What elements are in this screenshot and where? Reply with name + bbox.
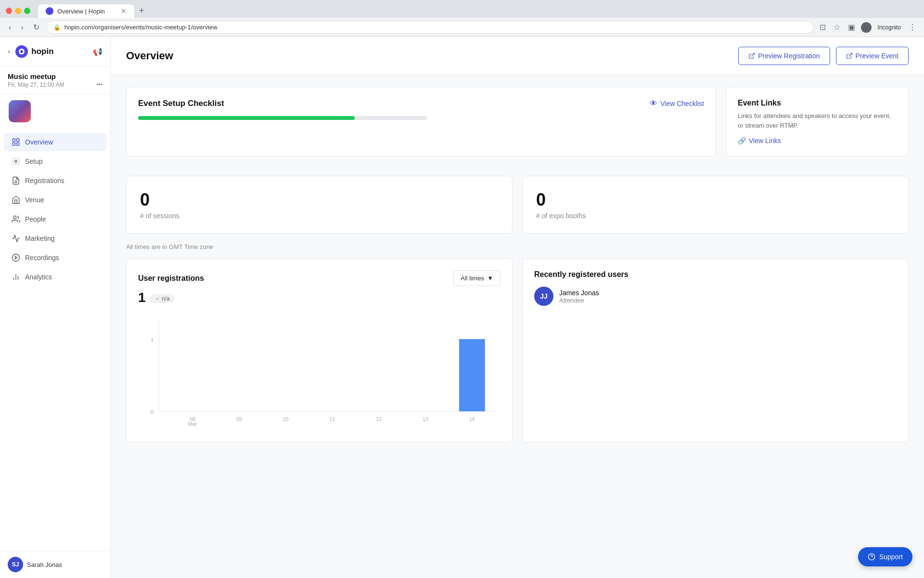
tab-close-button[interactable]: ✕: [121, 7, 127, 15]
event-avatar-section: [8, 99, 103, 123]
svg-point-7: [15, 160, 17, 163]
chart-total-count: 1: [138, 290, 146, 305]
user-item-name: James Jonas: [559, 289, 599, 297]
view-checklist-button[interactable]: 👁 View Checklist: [650, 99, 704, 108]
chart-header: User registrations All times ▼: [138, 270, 500, 286]
sidebar-item-analytics[interactable]: Analytics: [4, 268, 106, 286]
active-tab[interactable]: Overview | Hopin ✕: [38, 4, 134, 18]
event-avatar-image: [8, 99, 32, 123]
event-date-text: Fri, May 27, 11:00 AM: [8, 81, 64, 88]
recently-registered-title: Recently registered users: [534, 270, 897, 279]
profile-avatar[interactable]: [861, 22, 872, 33]
sidebar-item-overview-label: Overview: [25, 138, 53, 146]
checklist-progress-bar: [138, 116, 427, 120]
svg-point-11: [13, 254, 20, 262]
preview-registration-label: Preview Registration: [758, 52, 820, 60]
chart-filter-dropdown[interactable]: All times ▼: [453, 270, 500, 286]
checklist-title: Event Setup Checklist: [138, 99, 224, 108]
event-info-section: Music meetup Fri, May 27, 11:00 AM •••: [0, 66, 110, 94]
browser-action-buttons: ⊡ ☆ ▣ Incognito ⋮: [818, 21, 918, 34]
event-options-button[interactable]: •••: [96, 81, 103, 88]
lock-icon: 🔒: [53, 24, 61, 31]
content-area: Event Setup Checklist 👁 View Checklist E…: [111, 75, 924, 464]
browser-window-controls: [6, 8, 30, 14]
back-button[interactable]: ‹: [6, 21, 14, 34]
expo-booths-count: 0: [536, 190, 895, 210]
support-button[interactable]: Support: [858, 547, 912, 566]
svg-point-2: [20, 50, 23, 53]
sidebar-footer: SJ Sarah Jonas: [0, 551, 110, 578]
chart-section-row: User registrations All times ▼ 1 → n/a: [126, 258, 909, 443]
view-links-label: View Links: [749, 137, 781, 144]
preview-event-button[interactable]: Preview Event: [836, 47, 909, 65]
sidebar-item-overview[interactable]: Overview: [4, 133, 106, 151]
preview-registration-button[interactable]: Preview Registration: [738, 47, 830, 65]
sidebar-item-venue[interactable]: Venue: [4, 191, 106, 209]
sidebar: ‹ hopin 📢 Music meetup Fri, May 27, 11:0…: [0, 37, 111, 578]
sidebar-item-analytics-label: Analytics: [25, 273, 52, 281]
event-links-title: Event Links: [738, 99, 897, 107]
event-links-card: Event Links Links for attendees and spea…: [726, 87, 909, 157]
sidebar-item-setup-label: Setup: [25, 158, 43, 165]
view-checklist-label: View Checklist: [660, 100, 704, 107]
header-actions: Preview Registration Preview Event: [738, 47, 909, 65]
sidebar-nav: Overview Setup Registrations Venue Peopl…: [0, 128, 110, 551]
sidebar-item-recordings-label: Recordings: [25, 254, 59, 262]
chevron-down-icon: ▼: [487, 275, 493, 282]
sessions-count: 0: [140, 190, 499, 210]
sessions-stat-card: 0 # of sessions: [126, 176, 513, 234]
forward-button[interactable]: ›: [18, 21, 26, 34]
user-item-role: Attendee: [559, 297, 599, 304]
cast-icon[interactable]: ⊡: [818, 21, 828, 34]
preview-event-label: Preview Event: [856, 52, 898, 60]
browser-menu-icon[interactable]: ⋮: [907, 21, 918, 34]
svg-text:08: 08: [190, 417, 195, 422]
bookmark-icon[interactable]: ☆: [832, 21, 842, 34]
sidebar-item-people[interactable]: People: [4, 210, 106, 228]
new-tab-button[interactable]: +: [134, 4, 149, 18]
people-icon: [12, 215, 20, 223]
hopin-logo: hopin: [15, 45, 53, 58]
chart-area: 1 0: [138, 315, 500, 431]
recordings-icon: [12, 253, 20, 262]
svg-line-16: [751, 53, 754, 56]
expo-booths-label: # of expo booths: [536, 212, 895, 220]
main-content: Overview Preview Registration Preview Ev…: [111, 37, 924, 578]
sidebar-item-recordings[interactable]: Recordings: [4, 249, 106, 267]
sidebar-toggle-icon[interactable]: ▣: [846, 21, 857, 34]
svg-text:10: 10: [283, 417, 289, 422]
refresh-button[interactable]: ↻: [30, 21, 42, 34]
svg-rect-29: [459, 339, 485, 411]
back-arrow-icon[interactable]: ‹: [8, 47, 10, 56]
address-bar[interactable]: 🔒 hopin.com/organisers/events/music-meet…: [46, 21, 814, 34]
maximize-window-dot[interactable]: [24, 8, 30, 14]
svg-rect-4: [17, 139, 19, 141]
filter-label: All times: [461, 275, 484, 282]
event-links-description: Links for attendees and speakers to acce…: [738, 111, 897, 130]
close-window-dot[interactable]: [6, 8, 12, 14]
marketing-icon: [12, 234, 20, 243]
recently-registered-card: Recently registered users JJ James Jonas…: [522, 258, 909, 443]
top-section: Event Setup Checklist 👁 View Checklist E…: [126, 87, 909, 166]
svg-text:09: 09: [236, 417, 242, 422]
user-list-item: JJ James Jonas Attendee: [534, 287, 897, 306]
sidebar-item-registrations-label: Registrations: [25, 177, 64, 184]
svg-rect-3: [13, 139, 15, 141]
checklist-header-row: Event Setup Checklist 👁 View Checklist: [138, 99, 704, 108]
svg-text:0: 0: [151, 409, 154, 415]
notification-icon[interactable]: 📢: [93, 47, 103, 56]
sidebar-item-registrations[interactable]: Registrations: [4, 171, 106, 190]
sidebar-item-people-label: People: [25, 215, 46, 223]
stats-row: 0 # of sessions 0 # of expo booths: [126, 176, 909, 234]
svg-point-10: [13, 216, 16, 219]
minimize-window-dot[interactable]: [15, 8, 21, 14]
hopin-logo-text: hopin: [31, 47, 53, 56]
app-layout: ‹ hopin 📢 Music meetup Fri, May 27, 11:0…: [0, 37, 924, 578]
external-link-icon: [748, 53, 755, 59]
eye-icon: 👁: [650, 99, 657, 108]
sidebar-item-marketing[interactable]: Marketing: [4, 229, 106, 248]
james-jones-avatar: JJ: [534, 287, 553, 306]
view-links-button[interactable]: 🔗 View Links: [738, 137, 897, 144]
sidebar-item-marketing-label: Marketing: [25, 235, 54, 242]
sidebar-item-setup[interactable]: Setup: [4, 152, 106, 171]
